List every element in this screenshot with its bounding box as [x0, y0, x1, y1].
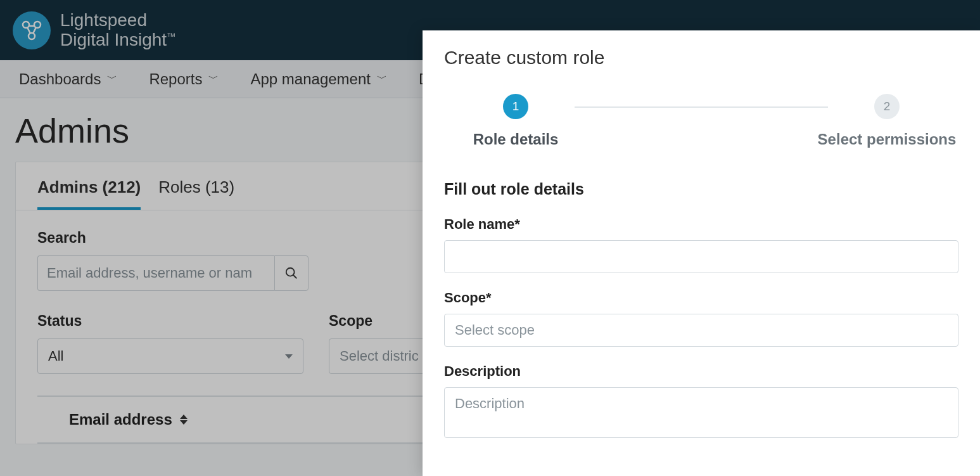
role-name-group: Role name*: [444, 216, 958, 273]
step-select-permissions[interactable]: 2 Select permissions: [815, 94, 958, 148]
role-name-input[interactable]: [444, 240, 958, 273]
scope-field-select[interactable]: Select scope: [444, 314, 958, 347]
form-section: Fill out role details Role name* Scope* …: [444, 180, 958, 441]
step-2-label: Select permissions: [818, 131, 957, 148]
description-textarea[interactable]: [444, 387, 958, 438]
step-1-circle: 1: [503, 94, 528, 119]
scope-select-placeholder: Select scope: [455, 322, 535, 338]
scope-group: Scope* Select scope: [444, 290, 958, 347]
create-role-panel: Create custom role 1 Role details 2 Sele…: [423, 30, 980, 476]
scope-field-label: Scope*: [444, 290, 958, 306]
panel-title: Create custom role: [444, 47, 958, 68]
description-group: Description: [444, 363, 958, 441]
role-name-label: Role name*: [444, 216, 958, 233]
step-connector: [575, 106, 828, 108]
stepper: 1 Role details 2 Select permissions: [444, 94, 958, 148]
description-label: Description: [444, 363, 958, 380]
section-title: Fill out role details: [444, 180, 958, 198]
step-2-circle: 2: [874, 94, 900, 119]
step-role-details[interactable]: 1 Role details: [444, 94, 587, 148]
step-1-label: Role details: [473, 131, 559, 148]
